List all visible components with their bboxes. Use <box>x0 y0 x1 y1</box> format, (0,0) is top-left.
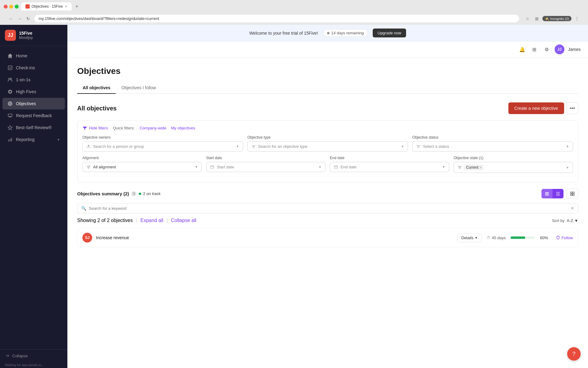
sidebar: JJ 15Five Moodjoy Home Check-ins 1-on-1s <box>0 25 67 368</box>
owners-arrow-icon: ▼ <box>236 145 239 148</box>
app-name: 15Five <box>19 31 33 36</box>
checkins-icon <box>7 65 13 71</box>
table-row: SJ Increase revenue Details ▼ ⏱ 45 days <box>77 228 578 247</box>
sidebar-item-request-feedback[interactable]: Request Feedback <box>2 110 65 121</box>
collapse-all-link[interactable]: Collapse all <box>171 218 196 223</box>
objective-days: ⏱ 45 days <box>487 236 506 240</box>
tab-favicon <box>25 4 30 9</box>
support-button[interactable]: ? <box>567 347 581 361</box>
start-date-select[interactable]: Start date ▼ <box>206 162 326 172</box>
hide-filters-button[interactable]: Hide filters <box>82 125 108 130</box>
type-filter-select[interactable]: Search for an objective type ▼ <box>247 141 408 151</box>
owners-filter-select[interactable]: Search for a person or group ▼ <box>82 141 243 151</box>
app-sub: Moodjoy <box>19 36 33 40</box>
alignment-value: All alignment <box>93 165 192 169</box>
avatar[interactable]: JJ <box>555 44 564 54</box>
forward-button[interactable]: → <box>16 15 23 22</box>
minimize-window-button[interactable] <box>9 5 13 9</box>
quick-filter-company-wide[interactable]: Company-wide <box>140 126 166 130</box>
end-date-select[interactable]: End date ▼ <box>330 162 449 172</box>
filters-bar: Hide filters Quick filters: Company-wide… <box>77 120 578 182</box>
on-track-label: 2 on track <box>143 191 160 196</box>
search-clear-icon[interactable]: ✕ <box>571 206 574 211</box>
sidebar-item-best-self-review[interactable]: Best-Self Review® <box>2 122 65 133</box>
state-value-tag: Current × <box>464 165 483 170</box>
filter-group-state: Objective state (1) Current × ▼ <box>454 156 573 173</box>
state-filter-label: Objective state (1) <box>454 156 573 160</box>
sidebar-item-1on1s[interactable]: 1-on-1s <box>2 74 65 86</box>
svg-rect-21 <box>571 194 572 196</box>
maximize-window-button[interactable] <box>15 5 19 9</box>
summary-header: Objectives summary (2) ? 2 on track <box>77 189 578 199</box>
url-bar[interactable] <box>34 15 519 22</box>
list-view-button[interactable] <box>541 189 552 198</box>
close-window-button[interactable] <box>4 5 8 9</box>
main-content: Welcome to your free trial of 15Five! 14… <box>67 25 588 368</box>
type-placeholder: Search for an objective type <box>258 144 399 149</box>
tab-all-objectives[interactable]: All objectives <box>77 82 116 94</box>
summary-info-icon[interactable]: ? <box>131 191 136 196</box>
objectives-list: SJ Increase revenue Details ▼ ⏱ 45 days <box>77 228 578 247</box>
active-browser-tab[interactable]: Objectives · 15Five ✕ <box>21 2 72 10</box>
svg-rect-15 <box>556 192 560 193</box>
new-tab-button[interactable]: + <box>73 2 81 10</box>
svg-point-1 <box>9 78 10 80</box>
avatar: SJ <box>82 233 92 243</box>
browser-chrome: Objectives · 15Five ✕ + ← → ↻ ☆ ⊞ 🕵 Inco… <box>0 0 588 25</box>
tab-close-button[interactable]: ✕ <box>65 5 67 9</box>
sidebar-item-home[interactable]: Home <box>2 50 65 62</box>
app-container: JJ 15Five Moodjoy Home Check-ins 1-on-1s <box>0 25 588 368</box>
expand-view-icon <box>570 191 575 196</box>
tab-objectives-i-follow[interactable]: Objectives I follow <box>116 82 161 94</box>
filter-group-end-date: End date End date ▼ <box>330 156 449 173</box>
back-button[interactable]: ← <box>7 15 15 22</box>
create-objective-button[interactable]: Create a new objective <box>508 102 564 114</box>
page-tabs: All objectives Objectives I follow <box>77 82 578 94</box>
owners-filter-label: Objective owners <box>82 135 243 140</box>
state-tag-close[interactable]: × <box>480 166 481 169</box>
extensions-icon[interactable]: ⊞ <box>533 15 541 22</box>
menu-icon[interactable]: ⋮ <box>573 15 581 22</box>
status-filter-label: Objective status <box>412 135 573 140</box>
alignment-filter-select[interactable]: All alignment ▼ <box>82 162 202 172</box>
reload-button[interactable]: ↻ <box>24 15 32 22</box>
sort-value[interactable]: A-Z ▼ <box>567 218 578 223</box>
sidebar-item-objectives[interactable]: Objectives <box>2 98 65 109</box>
svg-rect-18 <box>556 195 560 196</box>
expand-all-link[interactable]: Expand all <box>141 218 164 223</box>
type-arrow-icon: ▼ <box>401 145 404 148</box>
browser-window-controls[interactable] <box>4 5 19 9</box>
follow-button[interactable]: Follow <box>556 236 573 240</box>
start-date-placeholder: Start date <box>217 165 316 169</box>
sidebar-collapse-button[interactable]: Collapse <box>0 349 67 362</box>
highfives-icon <box>7 89 13 94</box>
svg-point-2 <box>10 78 12 80</box>
app-logo-icon: JJ <box>5 30 16 41</box>
list-controls: Showing 2 of 2 objectives | Expand all |… <box>77 218 578 223</box>
expand-view-button[interactable] <box>567 189 578 199</box>
svg-rect-14 <box>545 195 549 195</box>
upgrade-button[interactable]: Upgrade now <box>373 29 406 37</box>
grid-icon[interactable]: ⊞ <box>530 45 539 54</box>
details-button[interactable]: Details ▼ <box>457 233 482 242</box>
section-actions: Create a new objective ••• <box>508 102 578 114</box>
status-filter-select[interactable]: Select a status ▼ <box>412 141 573 151</box>
more-options-button[interactable]: ••• <box>567 102 578 114</box>
svg-point-9 <box>88 145 89 146</box>
sidebar-item-checkins[interactable]: Check-ins <box>2 62 65 74</box>
sidebar-item-reporting[interactable]: Reporting ▼ <box>2 134 65 145</box>
objective-title: Increase revenue <box>96 235 457 240</box>
state-filter-select[interactable]: Current × ▼ <box>454 162 573 173</box>
notifications-icon[interactable]: 🔔 <box>518 45 526 54</box>
svg-point-5 <box>10 103 11 104</box>
settings-icon[interactable]: ⚙ <box>542 45 551 54</box>
quick-filter-my-objectives[interactable]: My objectives <box>171 126 195 130</box>
bookmark-icon[interactable]: ☆ <box>524 15 531 22</box>
start-date-label: Start date <box>206 156 326 160</box>
sidebar-item-highfives[interactable]: High Fives <box>2 86 65 98</box>
keyword-search-input[interactable] <box>89 206 568 211</box>
compact-view-icon <box>556 191 560 196</box>
compact-view-button[interactable] <box>552 189 564 198</box>
filter-group-status: Objective status Select a status ▼ <box>412 135 573 151</box>
start-date-arrow-icon: ▼ <box>318 165 322 169</box>
